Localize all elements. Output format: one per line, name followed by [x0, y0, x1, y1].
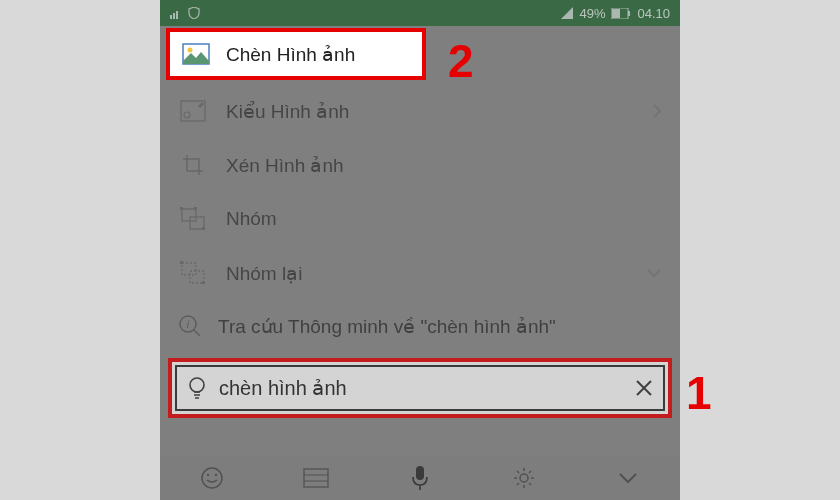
smart-lookup-label: Tra cứu Thông minh về "chèn hình ảnh": [218, 315, 556, 338]
svg-rect-12: [180, 207, 183, 210]
phone-screen: 49% 04.10 Chèn Hình ảnh Kiểu Hình ảnh: [160, 0, 680, 500]
svg-point-22: [190, 378, 204, 392]
svg-line-20: [194, 330, 200, 336]
mic-button[interactable]: [407, 465, 433, 491]
svg-rect-13: [194, 207, 197, 210]
battery-icon: [611, 8, 631, 19]
status-left-icons: [170, 7, 200, 19]
emoji-button[interactable]: [199, 465, 225, 491]
menu-item-group[interactable]: Nhóm: [160, 192, 680, 246]
chevron-down-icon: [618, 472, 638, 484]
keyboard-button[interactable]: [303, 465, 329, 491]
highlight-search: chèn hình ảnh: [168, 358, 672, 418]
annotation-2: 2: [448, 34, 474, 88]
gear-icon: [512, 466, 536, 490]
svg-rect-17: [180, 261, 183, 264]
menu-label: Nhóm: [226, 208, 277, 230]
search-row: chèn hình ảnh: [168, 358, 672, 418]
svg-rect-1: [173, 13, 175, 19]
status-right-icons: 49% 04.10: [561, 6, 670, 21]
svg-rect-2: [176, 11, 178, 19]
menu-item-image-style[interactable]: Kiểu Hình ảnh: [160, 84, 680, 138]
svg-rect-18: [202, 281, 205, 284]
svg-rect-0: [170, 15, 172, 19]
collapse-button[interactable]: [615, 465, 641, 491]
svg-rect-5: [628, 11, 630, 16]
settings-button[interactable]: [511, 465, 537, 491]
svg-point-9: [184, 112, 190, 118]
annotation-1: 1: [686, 366, 712, 420]
lightbulb-icon: [187, 375, 207, 401]
menu-item-regroup[interactable]: Nhóm lại: [160, 246, 680, 300]
battery-percent: 49%: [579, 6, 605, 21]
menu-item-insert-image[interactable]: Chèn Hình ảnh: [170, 32, 422, 76]
regroup-icon: [178, 260, 208, 286]
palette-icon: [178, 98, 208, 124]
menu-label: Xén Hình ảnh: [226, 154, 344, 177]
status-bar: 49% 04.10: [160, 0, 680, 26]
mic-icon: [411, 465, 429, 491]
smart-lookup-row[interactable]: i Tra cứu Thông minh về "chèn hình ảnh": [160, 300, 680, 352]
clear-search-button[interactable]: [635, 379, 653, 397]
svg-point-7: [188, 48, 193, 53]
search-input-container[interactable]: chèn hình ảnh: [175, 365, 665, 411]
highlight-insert-image: Chèn Hình ảnh: [166, 28, 426, 80]
svg-rect-10: [182, 209, 196, 221]
svg-point-23: [202, 468, 222, 488]
svg-text:i: i: [187, 318, 190, 330]
bottom-toolbar: [160, 456, 680, 500]
svg-rect-26: [304, 469, 328, 487]
crop-icon: [178, 152, 208, 178]
group-icon: [178, 206, 208, 232]
keyboard-icon: [303, 468, 329, 488]
emoji-icon: [200, 466, 224, 490]
svg-rect-4: [612, 9, 620, 18]
svg-rect-15: [182, 263, 196, 275]
svg-rect-29: [416, 466, 424, 480]
menu-label: Kiểu Hình ảnh: [226, 100, 349, 123]
chevron-right-icon: [652, 103, 662, 119]
svg-rect-16: [190, 271, 204, 283]
picture-icon: [182, 43, 210, 65]
signal-icon: [170, 7, 184, 19]
svg-point-25: [215, 474, 217, 476]
close-icon: [635, 379, 653, 397]
svg-rect-11: [190, 217, 204, 229]
menu-label: Chèn Hình ảnh: [226, 43, 355, 66]
svg-point-24: [207, 474, 209, 476]
svg-point-30: [520, 474, 528, 482]
menu-content: Kiểu Hình ảnh Xén Hình ảnh Nhóm Nhóm lại: [160, 26, 680, 418]
menu-item-crop-image[interactable]: Xén Hình ảnh: [160, 138, 680, 192]
smart-lookup-icon: i: [178, 314, 202, 338]
clock: 04.10: [637, 6, 670, 21]
chevron-down-icon: [646, 268, 662, 278]
search-input-value[interactable]: chèn hình ảnh: [219, 376, 623, 400]
svg-rect-14: [202, 227, 205, 230]
menu-label: Nhóm lại: [226, 262, 302, 285]
network-icon: [561, 7, 573, 19]
shield-icon: [188, 7, 200, 19]
